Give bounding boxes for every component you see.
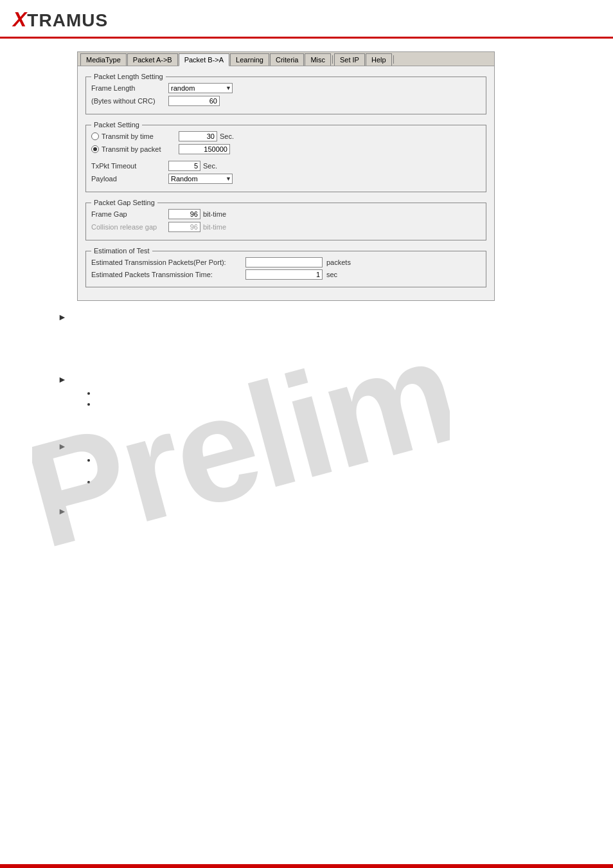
bullet-item-3-1 xyxy=(96,455,600,464)
transmission-time-row: Estimated Packets Transmission Time: sec xyxy=(91,269,481,280)
transmit-time-label: Transmit by time xyxy=(102,132,179,140)
transmission-packets-unit: packets xyxy=(326,258,351,266)
transmit-packet-row: Transmit by packet xyxy=(91,144,481,154)
frame-gap-row: Frame Gap bit-time xyxy=(91,209,481,219)
transmission-time-input[interactable] xyxy=(245,269,323,280)
frame-length-select[interactable]: random 64 128 256 512 1024 1280 1518 xyxy=(168,83,233,93)
section-3: ► xyxy=(77,440,600,486)
bullet-list-2 xyxy=(96,388,600,408)
tab-learning[interactable]: Learning xyxy=(230,53,269,66)
bytes-crc-row: (Bytes without CRC) xyxy=(91,96,481,106)
main-content: MediaType Packet A->B Packet B->A Learni… xyxy=(0,39,613,533)
transmission-packets-label: Estimated Transmission Packets(Per Port)… xyxy=(91,258,245,266)
frame-gap-label: Frame Gap xyxy=(91,210,168,218)
arrow-bullet-4: ► xyxy=(58,506,67,516)
estimation-legend: Estimation of Test xyxy=(91,247,152,255)
bytes-crc-label: (Bytes without CRC) xyxy=(91,97,168,105)
txpkt-timeout-row: TxPkt Timeout Sec. xyxy=(91,161,481,171)
packet-setting-group: Packet Setting Transmit by time Sec. Tra… xyxy=(85,121,486,192)
arrow-2: ► xyxy=(58,374,600,384)
payload-label: Payload xyxy=(91,175,168,183)
arrow-1: ► xyxy=(58,311,600,322)
transmission-time-unit: sec xyxy=(326,271,337,278)
collision-gap-label: Collision release gap xyxy=(91,223,168,231)
transmit-packet-radio[interactable] xyxy=(91,145,99,153)
tab-help[interactable]: Help xyxy=(366,53,392,66)
transmission-packets-input[interactable] xyxy=(245,257,323,267)
txpkt-timeout-unit: Sec. xyxy=(203,162,217,170)
panel-content: Packet Length Setting Frame Length rando… xyxy=(78,66,494,300)
bullet-item-2-2 xyxy=(96,399,600,408)
estimation-group: Estimation of Test Estimated Transmissio… xyxy=(85,247,486,287)
tab-packet-ba[interactable]: Packet B->A xyxy=(179,53,229,66)
collision-gap-unit: bit-time xyxy=(203,223,226,231)
transmit-time-input[interactable] xyxy=(179,131,217,141)
tab-packet-ab[interactable]: Packet A->B xyxy=(127,53,178,66)
header: XTRAMUS xyxy=(0,0,613,39)
tab-setip[interactable]: Set IP xyxy=(334,53,365,66)
payload-select-wrapper: Random Fixed Increment ▼ xyxy=(168,174,233,184)
logo: XTRAMUS xyxy=(13,8,108,32)
transmit-packet-label: Transmit by packet xyxy=(102,145,179,153)
section-2: ► xyxy=(77,374,600,408)
dialog-panel: MediaType Packet A->B Packet B->A Learni… xyxy=(77,51,495,301)
arrow-bullet-3: ► xyxy=(58,441,67,451)
frame-length-select-wrapper: random 64 128 256 512 1024 1280 1518 ▼ xyxy=(168,83,233,93)
packet-length-legend: Packet Length Setting xyxy=(91,73,166,80)
transmit-time-row: Transmit by time Sec. xyxy=(91,131,481,141)
footer-bar xyxy=(0,864,613,868)
frame-length-label: Frame Length xyxy=(91,84,168,92)
tab-misc[interactable]: Misc xyxy=(305,53,331,66)
bullet-list-3 xyxy=(96,455,600,486)
transmit-time-unit: Sec. xyxy=(220,132,234,140)
arrow-3: ► xyxy=(58,440,600,451)
txpkt-timeout-input[interactable] xyxy=(168,161,200,171)
transmission-time-label: Estimated Packets Transmission Time: xyxy=(91,271,245,278)
frame-gap-unit: bit-time xyxy=(203,210,226,218)
bullet-item-2-1 xyxy=(96,388,600,397)
section-1: ► xyxy=(77,311,600,322)
transmit-packet-input[interactable] xyxy=(179,144,230,154)
logo-x: X xyxy=(13,8,27,31)
arrow-bullet-2: ► xyxy=(58,374,67,384)
bullet-item-3-2 xyxy=(96,477,600,486)
payload-select[interactable]: Random Fixed Increment xyxy=(168,174,233,184)
arrow-bullet-1: ► xyxy=(58,312,67,322)
section-4: ► xyxy=(77,505,600,516)
collision-gap-input xyxy=(168,222,200,232)
collision-gap-row: Collision release gap bit-time xyxy=(91,222,481,232)
logo-rest: TRAMUS xyxy=(27,10,108,30)
frame-gap-input[interactable] xyxy=(168,209,200,219)
transmission-packets-row: Estimated Transmission Packets(Per Port)… xyxy=(91,257,481,267)
packet-setting-legend: Packet Setting xyxy=(91,121,142,129)
tab-mediatype[interactable]: MediaType xyxy=(80,53,127,66)
tab-bar: MediaType Packet A->B Packet B->A Learni… xyxy=(78,52,494,66)
txpkt-timeout-label: TxPkt Timeout xyxy=(91,162,168,170)
arrow-4: ► xyxy=(58,505,600,516)
packet-gap-legend: Packet Gap Setting xyxy=(91,199,157,206)
packet-length-group: Packet Length Setting Frame Length rando… xyxy=(85,73,486,114)
bytes-crc-input[interactable] xyxy=(168,96,220,106)
transmit-time-radio[interactable] xyxy=(91,132,99,140)
packet-gap-group: Packet Gap Setting Frame Gap bit-time Co… xyxy=(85,199,486,240)
payload-row: Payload Random Fixed Increment ▼ xyxy=(91,174,481,184)
frame-length-row: Frame Length random 64 128 256 512 1024 … xyxy=(91,83,481,93)
tab-criteria[interactable]: Criteria xyxy=(270,53,304,66)
